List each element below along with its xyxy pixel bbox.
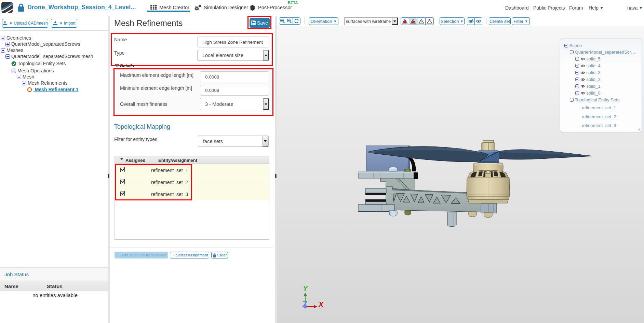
- svg-text:Y: Y: [303, 284, 309, 293]
- svg-text:X: X: [318, 300, 324, 309]
